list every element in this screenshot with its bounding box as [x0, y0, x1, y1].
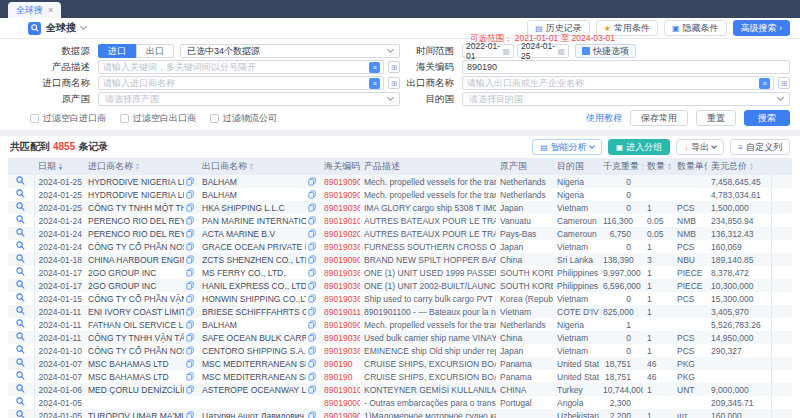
hs-code-value[interactable]: 89019036: [324, 203, 360, 213]
row-detail-search-icon[interactable]: [16, 293, 25, 302]
importer-name[interactable]: CÔNG TY TNHH MỘT THÀNH VIÊN ĐÓNG TÀ: [88, 203, 184, 213]
copy-icon[interactable]: [186, 190, 194, 199]
advanced-search-button[interactable]: 高级搜索 ›: [733, 20, 791, 36]
multi-input-icon[interactable]: ≡: [369, 62, 380, 73]
exporter-name[interactable]: HONWIN SHIPPING CO.,LTD: [202, 294, 306, 304]
hide-conditions-button[interactable]: ▣ 隐藏条件: [664, 20, 727, 36]
importer-name[interactable]: MSC BAHAMAS LTD: [88, 359, 184, 369]
origin-select[interactable]: 请选择原产国: [98, 92, 400, 106]
importer-name[interactable]: FATHAN OIL SERVICE LIMITED: [88, 320, 184, 330]
expand-input-icon[interactable]: ⊞: [778, 77, 790, 89]
row-detail-search-icon[interactable]: [16, 410, 25, 418]
exporter-name[interactable]: ACTA MARINE B.V: [202, 229, 306, 239]
copy-icon[interactable]: [186, 307, 194, 316]
smart-analysis-button[interactable]: ▤ 智能分析: [532, 139, 602, 155]
row-detail-search-icon[interactable]: [16, 306, 25, 315]
copy-icon[interactable]: [308, 242, 316, 251]
exporter-input[interactable]: [463, 77, 759, 89]
importer-name[interactable]: CÔNG TY CỔ PHẦN VẬN TẢI VÀ TIẾP VẬN P: [88, 294, 184, 304]
copy-icon[interactable]: [186, 281, 194, 290]
row-detail-search-icon[interactable]: [16, 254, 25, 263]
row-detail-search-icon[interactable]: [16, 358, 25, 367]
end-date-input[interactable]: 2024-01-25 ▦: [517, 44, 569, 58]
exporter-name[interactable]: ZCTS SHENZHEN CO., LTD: [202, 255, 306, 265]
row-detail-search-icon[interactable]: [16, 176, 25, 185]
importer-name[interactable]: ENI IVORY COAST LIMITED: [88, 307, 184, 317]
copy-icon[interactable]: [186, 216, 194, 225]
sort-icon[interactable]: ▲▼: [667, 163, 672, 170]
row-detail-search-icon[interactable]: [16, 228, 25, 237]
multi-input-icon[interactable]: ≡: [759, 78, 770, 89]
hs-code-value[interactable]: 890190900: [324, 320, 360, 330]
copy-icon[interactable]: [308, 385, 316, 394]
copy-icon[interactable]: [308, 268, 316, 277]
column-header-9[interactable]: 数量▲▼: [643, 158, 673, 175]
row-detail-search-icon[interactable]: [16, 241, 25, 250]
save-conditions-button[interactable]: 保存常用: [630, 110, 688, 126]
importer-name[interactable]: CÔNG TY TNHH VẬN TẢI VIỆT THUẬN: [88, 333, 184, 343]
exporter-name[interactable]: BALHAM: [202, 190, 306, 200]
row-detail-search-icon[interactable]: [16, 280, 25, 289]
hs-code-value[interactable]: 890190100: [324, 216, 360, 226]
tutorial-link[interactable]: 使用教程: [586, 112, 622, 125]
copy-icon[interactable]: [186, 359, 194, 368]
expand-input-icon[interactable]: ⊞: [388, 61, 400, 73]
product-desc-input[interactable]: [99, 61, 369, 73]
tab-close-icon[interactable]: ×: [48, 5, 53, 15]
hs-code-value[interactable]: 89019036: [324, 242, 360, 252]
copy-icon[interactable]: [308, 294, 316, 303]
tab-global-search[interactable]: 全球搜 ×: [8, 2, 61, 18]
copy-icon[interactable]: [186, 411, 194, 418]
copy-icon[interactable]: [186, 242, 194, 251]
sort-icon[interactable]: ▲▼: [135, 163, 140, 170]
copy-icon[interactable]: [308, 177, 316, 186]
importer-name[interactable]: CÔNG TY CỔ PHẦN NOSCO SHIPYARD: [88, 346, 184, 356]
enter-grouping-button[interactable]: ▣ 进入分组: [608, 139, 671, 155]
exporter-name[interactable]: CENTORO SHIPPING S.A. C/O DAIICHI CHU: [202, 346, 306, 356]
copy-icon[interactable]: [308, 203, 316, 212]
hs-code-value[interactable]: 89019036: [324, 346, 360, 356]
importer-name[interactable]: HYDRODIVE NIGERIA LIMITED: [88, 177, 184, 187]
checkbox-icon[interactable]: [120, 114, 129, 123]
row-detail-search-icon[interactable]: [16, 345, 25, 354]
row-detail-search-icon[interactable]: [16, 371, 25, 380]
exporter-name[interactable]: MS FERRY CO., LTD.: [202, 268, 306, 278]
copy-icon[interactable]: [308, 216, 316, 225]
export-toggle[interactable]: 出口: [136, 44, 174, 58]
multi-input-icon[interactable]: ≡: [369, 78, 380, 89]
row-detail-search-icon[interactable]: [16, 202, 25, 211]
exporter-name[interactable]: BALHAM: [202, 177, 306, 187]
copy-icon[interactable]: [186, 229, 194, 238]
hs-code-value[interactable]: 89019090: [324, 255, 360, 265]
sort-icon[interactable]: ▲▼: [249, 163, 254, 170]
copy-icon[interactable]: [308, 333, 316, 342]
hs-code-value[interactable]: 890190360: [324, 281, 360, 291]
exporter-name[interactable]: HKA SHIPPING L.L.C: [202, 203, 306, 213]
module-select[interactable]: 全球搜: [46, 21, 76, 35]
hs-code-value[interactable]: 890190900: [324, 411, 360, 418]
quick-options-button[interactable]: 快捷选项: [575, 44, 636, 58]
column-header-2[interactable]: 进口商名称▲▼: [84, 158, 198, 175]
copy-icon[interactable]: [186, 177, 194, 186]
hs-code-input[interactable]: [462, 60, 790, 74]
importer-name[interactable]: 2GO GROUP INC: [88, 281, 184, 291]
sort-icon[interactable]: ▲▼: [641, 163, 643, 170]
filter-checkbox[interactable]: 过滤空白出口商: [120, 112, 196, 125]
expand-input-icon[interactable]: ⊞: [388, 77, 400, 89]
importer-name[interactable]: PERENCO RIO DEL REY: [88, 216, 184, 226]
copy-icon[interactable]: [308, 411, 316, 418]
copy-icon[interactable]: [186, 346, 194, 355]
copy-icon[interactable]: [308, 190, 316, 199]
hs-code-value[interactable]: 890190900: [324, 177, 360, 187]
copy-icon[interactable]: [186, 255, 194, 264]
importer-name[interactable]: TUROPOV UMAR MA'MUR O?G?LI: [88, 411, 184, 418]
row-detail-search-icon[interactable]: [16, 384, 25, 393]
sort-icon[interactable]: ▲▼: [749, 163, 754, 170]
hs-code-value[interactable]: 89019036: [324, 333, 360, 343]
copy-icon[interactable]: [308, 307, 316, 316]
column-header-11[interactable]: 美元总价▲▼: [707, 158, 771, 175]
column-header-8[interactable]: 千克重量▲▼: [599, 158, 643, 175]
hs-code-value[interactable]: 890190200: [324, 229, 360, 239]
exporter-name[interactable]: ASTEROPE OCEANWAY LIMITED: [202, 385, 306, 395]
copy-icon[interactable]: [186, 203, 194, 212]
